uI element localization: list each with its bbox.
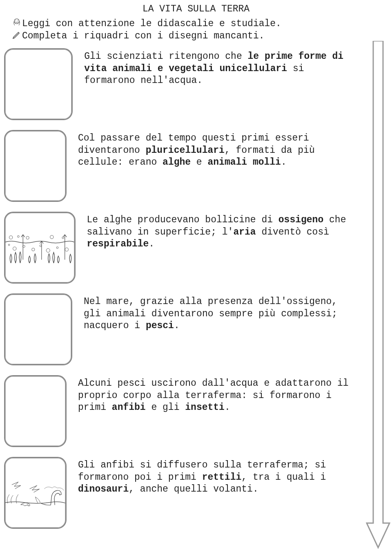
pencil-icon xyxy=(12,30,21,39)
caption-text: , anche quelli volanti. xyxy=(129,484,258,494)
caption-text: . xyxy=(281,157,287,168)
svg-point-13 xyxy=(56,246,58,248)
svg-point-7 xyxy=(62,237,64,239)
svg-point-11 xyxy=(40,245,42,247)
caption-4: Nel mare, grazie alla presenza dell'ossi… xyxy=(84,293,351,333)
svg-point-10 xyxy=(32,248,35,251)
caption-text: Nel mare, grazie alla presenza dell'ossi… xyxy=(84,296,337,331)
caption-text: . xyxy=(174,320,180,331)
face-icon xyxy=(12,18,21,27)
caption-bold: respirabile xyxy=(87,239,149,249)
caption-bold: rettili xyxy=(202,472,242,483)
caption-1: Gli scienziati ritengono che le prime fo… xyxy=(84,48,351,87)
caption-text: , tra i quali i xyxy=(241,472,326,483)
svg-point-14 xyxy=(65,248,68,251)
illustration-box-dinosaurs xyxy=(4,457,67,529)
svg-point-4 xyxy=(18,235,20,237)
caption-bold: aria xyxy=(233,227,256,237)
caption-bold: pluricellulari xyxy=(146,145,225,156)
caption-text: e xyxy=(191,157,207,168)
caption-text: Le alghe producevano bollicine di xyxy=(87,215,278,225)
svg-point-3 xyxy=(9,236,13,239)
svg-point-8 xyxy=(13,247,16,250)
svg-point-12 xyxy=(46,248,50,252)
instruction-read: Leggi con attenzione le didascalie e stu… xyxy=(22,18,281,30)
caption-text: Gli scienziati ritengono che xyxy=(84,51,247,62)
svg-point-0 xyxy=(14,19,19,24)
caption-bold: dinosauri xyxy=(78,484,129,494)
caption-3: Le alghe producevano bollicine di ossige… xyxy=(87,212,351,251)
drawing-box-5[interactable] xyxy=(4,375,67,447)
svg-point-2 xyxy=(18,20,18,21)
caption-text: diventò così xyxy=(256,227,329,237)
caption-2: Col passare del tempo questi primi esser… xyxy=(78,130,351,169)
caption-text: . xyxy=(225,402,230,413)
svg-point-15 xyxy=(8,244,10,246)
illustration-box-algae xyxy=(4,212,76,284)
instruction-draw: Completa i riquadri con i disegni mancan… xyxy=(22,30,265,43)
page-title: LA VITA SULLA TERRA xyxy=(0,3,392,16)
caption-6: Gli anfibi si diffusero sulla terraferma… xyxy=(78,457,351,496)
drawing-box-2[interactable] xyxy=(4,130,67,202)
caption-bold: anfibi xyxy=(112,402,146,413)
caption-5: Alcuni pesci uscirono dall'acqua e adatt… xyxy=(78,375,351,414)
drawing-box-4[interactable] xyxy=(4,293,72,365)
caption-text: . xyxy=(149,239,154,249)
svg-point-1 xyxy=(16,20,16,21)
caption-bold: animali molli xyxy=(207,157,281,168)
caption-bold: ossigeno xyxy=(278,215,323,225)
caption-text: e gli xyxy=(146,402,185,413)
caption-bold: insetti xyxy=(185,402,225,413)
caption-bold: alghe xyxy=(163,157,191,168)
svg-point-6 xyxy=(50,235,53,239)
caption-bold: pesci xyxy=(146,320,174,331)
svg-point-5 xyxy=(26,236,29,239)
drawing-box-1[interactable] xyxy=(4,48,73,120)
